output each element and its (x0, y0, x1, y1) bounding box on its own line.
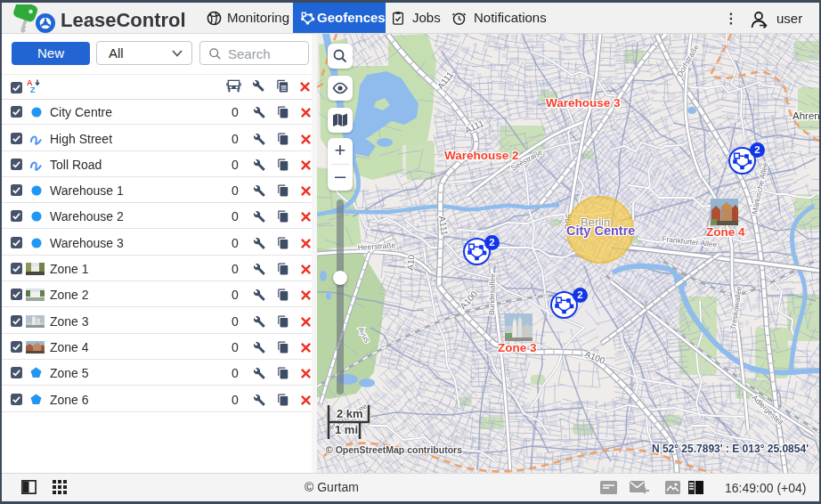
svg-text:Z: Z (30, 85, 36, 93)
